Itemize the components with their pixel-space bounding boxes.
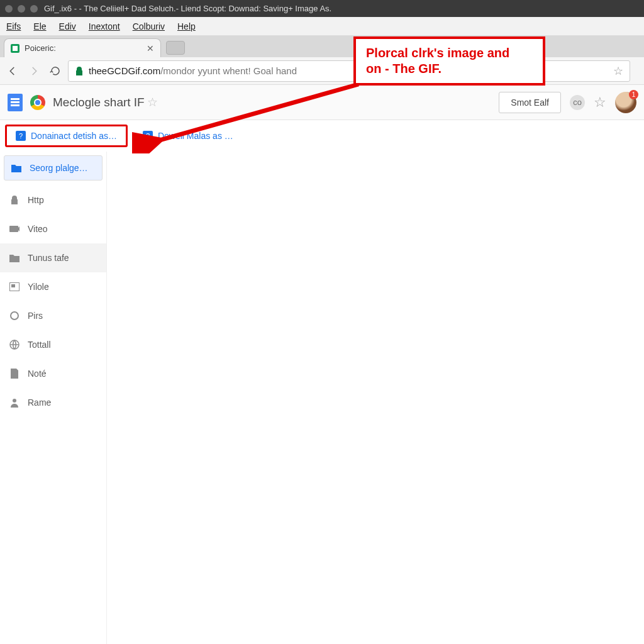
doc-title-text: Meclogle shart IF: [53, 96, 145, 109]
doc-header-right: Smot Ealf co ☆ 1: [499, 92, 636, 113]
browser-tab[interactable]: Poiceric: ✕: [4, 38, 161, 57]
download-as-chip-highlighted[interactable]: Donainact detish as…: [5, 125, 128, 147]
arrow-left-icon: [7, 65, 18, 77]
window-title: Gif_.ix6 - - The Celiiell+ Dad Seluch.- …: [44, 4, 331, 13]
sidebar-item-tottall[interactable]: Tottall: [0, 330, 106, 359]
svg-point-4: [11, 312, 18, 319]
notification-badge: 1: [629, 90, 638, 99]
tab-label: Poiceric:: [25, 43, 56, 53]
address-bar-row: theeGCDGif.com/mondor yyunt whent! Goal …: [0, 57, 644, 85]
tab-strip: Poiceric: ✕: [0, 36, 644, 57]
url-path: /mondor yyunt whent! Goal hand: [160, 65, 297, 76]
sidebar-item-label: Rame: [28, 397, 51, 408]
window-close-dot[interactable]: [5, 5, 13, 13]
lock-icon: [9, 194, 20, 206]
menu-inextont[interactable]: Inextont: [89, 21, 120, 31]
lock-icon: [75, 66, 84, 76]
sidebar-item-rame[interactable]: Rame: [0, 388, 106, 417]
window-min-dot[interactable]: [18, 5, 25, 13]
app-menu-bar: Eifs Ele Ediv Inextont Colburiv Help: [0, 17, 644, 36]
nav-forward-button[interactable]: [25, 62, 43, 80]
arrow-right-icon: [28, 65, 40, 77]
folder-icon: [11, 162, 22, 174]
sidebar-item-http[interactable]: Http: [0, 186, 106, 214]
sidebar-item-label: Tottall: [28, 340, 51, 350]
body-area: Seorg plalge… Http Viteo Tunus tafe Yilo…: [0, 152, 644, 644]
tab-close-icon[interactable]: ✕: [147, 43, 154, 53]
sidebar-item-label: Pirs: [28, 311, 43, 321]
menu-eifs[interactable]: Eifs: [6, 21, 21, 31]
tab-favicon-icon: [11, 44, 19, 53]
aspect-icon: [9, 281, 20, 292]
url-text: theeGCDGif.com/mondor yyunt whent! Goal …: [89, 65, 297, 76]
menu-ele[interactable]: Ele: [33, 21, 46, 31]
url-domain: theeGCDGif.com: [89, 65, 160, 76]
sidebar-item-label: Tunus tafe: [28, 253, 69, 263]
sidebar-item-label: Viteo: [28, 224, 48, 234]
window-max-dot[interactable]: [30, 5, 38, 13]
sidebar-item-label: Noté: [28, 369, 47, 379]
omnibox[interactable]: theeGCDGif.com/mondor yyunt whent! Goal …: [68, 60, 630, 82]
folder-icon: [9, 252, 20, 264]
chip-icon: [143, 131, 153, 141]
note-icon: [9, 368, 20, 379]
sidebar-item-note[interactable]: Noté: [0, 359, 106, 388]
sidebar-item-label: Http: [28, 195, 44, 205]
svg-rect-3: [11, 284, 15, 287]
instruction-callout: Plorcal clrk's image and on - The GIF.: [353, 36, 545, 86]
chip-label: Dowell Malas as …: [158, 131, 233, 141]
chrome-logo-icon: [30, 95, 45, 110]
chip-label: Donainact detish as…: [31, 131, 117, 141]
callout-line1: Plorcal clrk's image and: [366, 45, 533, 61]
doc-header: Meclogle shart IF☆ Smot Ealf co ☆ 1: [0, 85, 644, 120]
nav-back-button[interactable]: [4, 62, 21, 80]
nav-reload-button[interactable]: [47, 62, 64, 80]
reload-icon: [50, 65, 61, 77]
circle-icon: [9, 310, 20, 321]
window-controls[interactable]: [5, 5, 38, 13]
docs-logo-icon[interactable]: [8, 94, 23, 111]
toolbar-row: Donainact detish as… Dowell Malas as …: [0, 120, 644, 152]
new-tab-button[interactable]: [166, 41, 185, 55]
doc-star-icon[interactable]: ☆: [147, 96, 158, 109]
sidebar-item-pirs[interactable]: Pirs: [0, 301, 106, 330]
sidebar-item-label: Seorg plalge…: [30, 163, 88, 173]
svg-point-6: [13, 399, 16, 402]
chip-icon: [16, 131, 26, 141]
content-area: [107, 152, 644, 644]
callout-line2: on - The GIF.: [366, 61, 533, 77]
sidebar-item-yilole[interactable]: Yilole: [0, 272, 106, 301]
clip-icon: [9, 223, 20, 235]
person-icon: [9, 397, 20, 408]
download-as-chip-secondary[interactable]: Dowell Malas as …: [134, 125, 242, 147]
sidebar-item-label: Yilole: [28, 282, 49, 292]
account-avatar[interactable]: 1: [615, 92, 636, 113]
menu-ediv[interactable]: Ediv: [59, 21, 76, 31]
favorite-star-icon[interactable]: ☆: [594, 94, 606, 111]
comments-icon[interactable]: co: [570, 95, 585, 110]
sidebar-item-tunus[interactable]: Tunus tafe: [0, 243, 106, 272]
sidebar: Seorg plalge… Http Viteo Tunus tafe Yilo…: [0, 152, 107, 644]
os-titlebar: Gif_.ix6 - - The Celiiell+ Dad Seluch.- …: [0, 0, 644, 17]
doc-title[interactable]: Meclogle shart IF☆: [53, 95, 158, 109]
menu-help[interactable]: Help: [177, 21, 196, 31]
globe-icon: [9, 339, 20, 350]
menu-colburiv[interactable]: Colburiv: [133, 21, 165, 31]
sidebar-item-viteo[interactable]: Viteo: [0, 214, 106, 243]
svg-rect-1: [9, 226, 18, 232]
sidebar-item-selected[interactable]: Seorg plalge…: [4, 155, 103, 180]
bookmark-star-icon[interactable]: ☆: [613, 64, 623, 78]
share-button[interactable]: Smot Ealf: [499, 92, 561, 113]
